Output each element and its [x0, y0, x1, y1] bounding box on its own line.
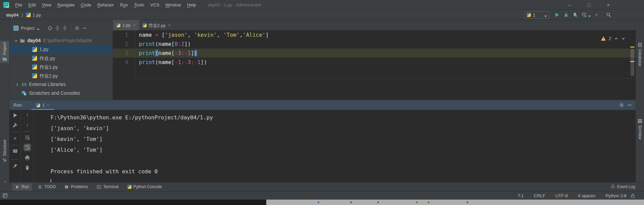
menu-item-run[interactable]: Run — [117, 0, 131, 10]
status-item[interactable]: 4 spaces — [578, 193, 595, 198]
tree-row-file[interactable]: 作业.py — [9, 54, 113, 62]
maximize-button[interactable]: □ — [584, 2, 594, 8]
project-settings-gear-icon[interactable] — [74, 26, 80, 31]
chevron-down-icon[interactable] — [14, 38, 18, 42]
pin-icon[interactable] — [12, 163, 18, 169]
tree-row-file[interactable]: 作业2.py — [9, 71, 113, 80]
menu-item-window[interactable]: Window — [162, 0, 184, 10]
profiler-caret-icon[interactable] — [588, 13, 591, 16]
editor-tab-作业2.py[interactable]: 作业2.py× — [139, 20, 174, 30]
code-line[interactable]: 1name = ['jason', 'kevin', 'Tom','Alice'… — [113, 30, 636, 39]
event-log-button[interactable]: Event Log — [611, 182, 635, 191]
editor-rule — [135, 78, 636, 79]
tool-strip-database[interactable]: Database — [636, 41, 644, 68]
dropdown-caret-icon — [544, 13, 547, 16]
tree-row-external-libraries[interactable]: External Libraries — [9, 80, 113, 89]
tree-row-file[interactable]: 1.py — [9, 45, 113, 54]
tool-strip-structure[interactable]: Structure — [0, 138, 9, 164]
editor-scrollbar[interactable] — [631, 49, 634, 76]
tree-row-file[interactable]: 作业1.py — [9, 62, 113, 71]
status-item[interactable]: 7:1 — [518, 193, 524, 198]
menu-item-code[interactable]: Code — [78, 0, 94, 10]
run-toolbar-console: ↑ ↓ — [21, 110, 34, 182]
menu-item-file[interactable]: File — [12, 0, 25, 10]
expand-all-icon[interactable] — [55, 26, 60, 31]
editor-tab-1.py[interactable]: 1.py× — [113, 20, 139, 30]
unlock-icon[interactable] — [630, 193, 635, 198]
minimize-button[interactable]: – — [564, 2, 575, 8]
run-with-coverage-button[interactable] — [573, 12, 578, 18]
clear-console-icon[interactable] — [25, 165, 30, 170]
soft-wrap-icon[interactable] — [25, 135, 30, 140]
close-icon[interactable]: × — [47, 103, 49, 108]
run-panel-header: Run: 1 × — [9, 100, 636, 110]
code-line[interactable]: 4print(name[-1:-3:-1]) — [113, 58, 636, 67]
run-configuration-select[interactable]: 1 — [524, 11, 549, 19]
tree-row-root[interactable]: day04 E:\pythonProject\day04 — [9, 36, 113, 45]
toolwindow-button-label: Python Console — [133, 184, 162, 189]
editor-body[interactable]: 1name = ['jason', 'kevin', 'Tom','Alice'… — [113, 30, 636, 100]
status-item[interactable]: Python 3.6 — [606, 193, 626, 198]
tool-strip-project[interactable]: Project — [0, 41, 9, 63]
up-arrow-icon[interactable]: ↑ — [25, 112, 30, 117]
tool-strip-sciview[interactable]: SciView — [636, 117, 644, 141]
close-button[interactable]: × — [603, 2, 613, 8]
print-icon[interactable] — [25, 155, 30, 160]
toolwindow-button-terminal[interactable]: Terminal — [94, 183, 121, 191]
toolbar-divider — [11, 132, 19, 133]
run-console-tab[interactable]: 1 × — [31, 100, 54, 110]
tree-row-scratches[interactable]: Scratches and Consoles — [9, 89, 113, 97]
menu-item-navigate[interactable]: Navigate — [54, 0, 78, 10]
menu-item-help[interactable]: Help — [184, 0, 199, 10]
menu-item-vcs[interactable]: VCS — [147, 0, 162, 10]
toolwindow-button-python-console[interactable]: Python Console — [124, 183, 165, 191]
menu-item-edit[interactable]: Edit — [25, 0, 39, 10]
error-stripe-mark[interactable] — [630, 47, 635, 48]
python-file-icon — [143, 23, 147, 27]
toolwindow-button-label: Run — [22, 184, 29, 189]
wrench-icon[interactable] — [12, 123, 18, 128]
chevron-up-icon[interactable] — [614, 36, 618, 41]
toolwindow-switcher-icon[interactable] — [2, 193, 8, 198]
project-panel-title[interactable]: Project — [21, 26, 34, 31]
structure-icon — [2, 158, 7, 163]
debug-button[interactable] — [563, 12, 569, 18]
chevron-down-icon[interactable] — [621, 36, 625, 41]
tree-file-name: 作业.py — [39, 55, 55, 61]
hide-run-panel-icon[interactable] — [627, 102, 632, 108]
close-icon[interactable]: × — [133, 23, 136, 28]
rerun-button[interactable] — [12, 113, 18, 118]
toolwindow-button-todo[interactable]: TODO — [35, 183, 59, 191]
toolwindow-button-problems[interactable]: Problems — [61, 183, 91, 191]
down-arrow-icon[interactable]: ↓ — [25, 122, 30, 127]
run-button[interactable] — [554, 12, 560, 18]
breadcrumb-project[interactable]: day04 — [6, 12, 19, 18]
play-icon — [15, 185, 20, 189]
restore-layout-icon[interactable] — [12, 148, 18, 154]
status-item[interactable]: CRLF — [534, 193, 545, 198]
folder-icon — [2, 57, 7, 61]
hide-panel-icon[interactable] — [82, 26, 87, 31]
breadcrumb-file[interactable]: 1.py — [33, 12, 41, 18]
tree-file-name: 1.py — [39, 47, 48, 52]
menu-item-view[interactable]: View — [39, 0, 54, 10]
console-output[interactable]: F:\Python36\python.exe E:/pythonProject/… — [34, 110, 636, 182]
profiler-button[interactable] — [582, 12, 587, 18]
warning-icon[interactable] — [601, 36, 606, 41]
code-token: , — [240, 32, 243, 38]
toolwindow-button-run[interactable]: Run — [12, 183, 32, 191]
scroll-to-end-icon[interactable] — [24, 144, 31, 151]
chevron-right-icon[interactable] — [15, 82, 19, 86]
code-line[interactable]: 2print(name[0:2]) — [113, 39, 636, 49]
run-settings-gear-icon[interactable] — [619, 102, 624, 108]
code-line[interactable]: 3print(name[-3:-1]) — [113, 49, 636, 58]
status-item[interactable]: UTF-8 — [555, 193, 568, 198]
search-everywhere-icon[interactable] — [606, 12, 611, 18]
close-icon[interactable]: × — [168, 23, 171, 28]
menu-item-tools[interactable]: Tools — [131, 0, 147, 10]
project-view-caret-icon[interactable] — [37, 27, 39, 29]
run-configuration-name: 1 — [533, 12, 542, 18]
menu-item-refactor[interactable]: Refactor — [94, 0, 117, 10]
locate-file-icon[interactable] — [48, 26, 53, 31]
collapse-all-icon[interactable] — [62, 26, 67, 31]
